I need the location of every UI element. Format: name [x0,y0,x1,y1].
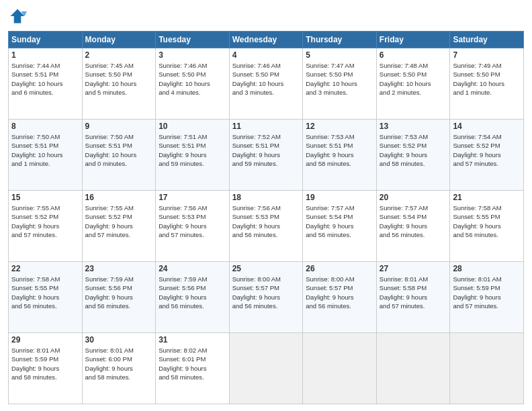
calendar-cell: 11Sunrise: 7:52 AMSunset: 5:51 PMDayligh… [229,120,303,191]
day-number: 26 [306,264,373,273]
cell-details: Sunrise: 7:59 AMSunset: 5:56 PMDaylight:… [159,275,226,310]
day-number: 16 [85,193,153,202]
calendar-cell: 18Sunrise: 7:56 AMSunset: 5:53 PMDayligh… [229,191,303,262]
calendar-cell: 26Sunrise: 8:00 AMSunset: 5:57 PMDayligh… [303,262,377,333]
calendar-cell: 24Sunrise: 7:59 AMSunset: 5:56 PMDayligh… [156,262,230,333]
calendar-week-5: 29Sunrise: 8:01 AMSunset: 5:59 PMDayligh… [9,333,524,404]
day-number: 31 [159,335,226,345]
calendar-week-2: 8Sunrise: 7:50 AMSunset: 5:51 PMDaylight… [9,120,524,191]
calendar-cell: 3Sunrise: 7:46 AMSunset: 5:50 PMDaylight… [156,48,230,120]
weekday-header-monday: Monday [82,32,156,48]
cell-details: Sunrise: 8:01 AMSunset: 5:59 PMDaylight:… [453,275,521,310]
logo-icon [8,7,27,26]
day-number: 23 [85,264,153,273]
calendar-week-4: 22Sunrise: 7:58 AMSunset: 5:55 PMDayligh… [9,262,524,333]
cell-details: Sunrise: 7:48 AMSunset: 5:50 PMDaylight:… [380,61,447,97]
logo [8,7,30,26]
calendar-cell: 12Sunrise: 7:53 AMSunset: 5:51 PMDayligh… [303,120,377,191]
day-number: 30 [85,335,153,345]
day-number: 9 [85,122,153,131]
cell-details: Sunrise: 8:01 AMSunset: 5:59 PMDaylight:… [11,346,79,381]
cell-details: Sunrise: 7:46 AMSunset: 5:50 PMDaylight:… [232,61,300,97]
day-number: 25 [232,264,300,273]
weekday-header-friday: Friday [376,32,450,48]
cell-details: Sunrise: 7:55 AMSunset: 5:52 PMDaylight:… [11,203,79,239]
calendar-cell: 27Sunrise: 8:01 AMSunset: 5:58 PMDayligh… [376,262,450,333]
day-number: 1 [11,50,79,60]
day-number: 3 [159,50,226,60]
calendar-cell [229,333,303,404]
day-number: 29 [11,335,79,345]
calendar-cell: 1Sunrise: 7:44 AMSunset: 5:51 PMDaylight… [9,48,83,120]
calendar-cell: 13Sunrise: 7:53 AMSunset: 5:52 PMDayligh… [376,120,450,191]
calendar-cell: 9Sunrise: 7:50 AMSunset: 5:51 PMDaylight… [82,120,156,191]
cell-details: Sunrise: 8:01 AMSunset: 5:58 PMDaylight:… [380,275,447,310]
cell-details: Sunrise: 7:54 AMSunset: 5:52 PMDaylight:… [453,132,521,168]
cell-details: Sunrise: 7:47 AMSunset: 5:50 PMDaylight:… [306,61,373,97]
page: SundayMondayTuesdayWednesdayThursdayFrid… [0,0,532,411]
day-number: 20 [380,193,447,202]
cell-details: Sunrise: 7:53 AMSunset: 5:51 PMDaylight:… [306,132,373,168]
day-number: 13 [380,122,447,131]
calendar-cell: 20Sunrise: 7:57 AMSunset: 5:54 PMDayligh… [376,191,450,262]
day-number: 5 [306,50,373,60]
day-number: 18 [232,193,300,202]
weekday-header-tuesday: Tuesday [156,32,230,48]
day-number: 11 [232,122,300,131]
day-number: 21 [453,193,521,202]
cell-details: Sunrise: 7:59 AMSunset: 5:56 PMDaylight:… [85,275,153,310]
cell-details: Sunrise: 7:51 AMSunset: 5:51 PMDaylight:… [159,132,226,168]
calendar-cell: 23Sunrise: 7:59 AMSunset: 5:56 PMDayligh… [82,262,156,333]
calendar-table: SundayMondayTuesdayWednesdayThursdayFrid… [8,31,524,404]
calendar-cell: 10Sunrise: 7:51 AMSunset: 5:51 PMDayligh… [156,120,230,191]
cell-details: Sunrise: 7:50 AMSunset: 5:51 PMDaylight:… [11,132,79,168]
day-number: 17 [159,193,226,202]
calendar-cell: 28Sunrise: 8:01 AMSunset: 5:59 PMDayligh… [450,262,524,333]
calendar-cell: 2Sunrise: 7:45 AMSunset: 5:50 PMDaylight… [82,48,156,120]
cell-details: Sunrise: 7:58 AMSunset: 5:55 PMDaylight:… [453,203,521,239]
calendar-cell: 19Sunrise: 7:57 AMSunset: 5:54 PMDayligh… [303,191,377,262]
calendar-cell: 5Sunrise: 7:47 AMSunset: 5:50 PMDaylight… [303,48,377,120]
cell-details: Sunrise: 7:49 AMSunset: 5:50 PMDaylight:… [453,61,521,97]
cell-details: Sunrise: 7:56 AMSunset: 5:53 PMDaylight:… [159,203,226,239]
calendar-cell: 25Sunrise: 8:00 AMSunset: 5:57 PMDayligh… [229,262,303,333]
day-number: 24 [159,264,226,273]
day-number: 22 [11,264,79,273]
calendar-cell: 31Sunrise: 8:02 AMSunset: 6:01 PMDayligh… [156,333,230,404]
calendar-week-3: 15Sunrise: 7:55 AMSunset: 5:52 PMDayligh… [9,191,524,262]
cell-details: Sunrise: 7:44 AMSunset: 5:51 PMDaylight:… [11,61,79,97]
cell-details: Sunrise: 7:50 AMSunset: 5:51 PMDaylight:… [85,132,153,168]
calendar-cell: 30Sunrise: 8:01 AMSunset: 6:00 PMDayligh… [82,333,156,404]
cell-details: Sunrise: 7:53 AMSunset: 5:52 PMDaylight:… [380,132,447,168]
weekday-header-wednesday: Wednesday [229,32,303,48]
day-number: 19 [306,193,373,202]
cell-details: Sunrise: 7:52 AMSunset: 5:51 PMDaylight:… [232,132,300,168]
day-number: 28 [453,264,521,273]
day-number: 15 [11,193,79,202]
day-number: 12 [306,122,373,131]
day-number: 14 [453,122,521,131]
weekday-header-sunday: Sunday [9,32,83,48]
day-number: 2 [85,50,153,60]
cell-details: Sunrise: 8:00 AMSunset: 5:57 PMDaylight:… [232,275,300,310]
calendar-cell: 16Sunrise: 7:55 AMSunset: 5:52 PMDayligh… [82,191,156,262]
cell-details: Sunrise: 7:57 AMSunset: 5:54 PMDaylight:… [306,203,373,239]
day-number: 10 [159,122,226,131]
calendar-week-1: 1Sunrise: 7:44 AMSunset: 5:51 PMDaylight… [9,48,524,120]
cell-details: Sunrise: 7:55 AMSunset: 5:52 PMDaylight:… [85,203,153,239]
header [8,7,524,26]
weekday-header-saturday: Saturday [450,32,524,48]
calendar-cell [450,333,524,404]
day-number: 4 [232,50,300,60]
cell-details: Sunrise: 7:45 AMSunset: 5:50 PMDaylight:… [85,61,153,97]
calendar-cell [303,333,377,404]
calendar-cell: 8Sunrise: 7:50 AMSunset: 5:51 PMDaylight… [9,120,83,191]
calendar-cell: 4Sunrise: 7:46 AMSunset: 5:50 PMDaylight… [229,48,303,120]
day-number: 6 [380,50,447,60]
weekday-header-thursday: Thursday [303,32,377,48]
calendar-cell [376,333,450,404]
cell-details: Sunrise: 7:58 AMSunset: 5:55 PMDaylight:… [11,275,79,310]
day-number: 8 [11,122,79,131]
calendar-cell: 15Sunrise: 7:55 AMSunset: 5:52 PMDayligh… [9,191,83,262]
calendar-cell: 22Sunrise: 7:58 AMSunset: 5:55 PMDayligh… [9,262,83,333]
